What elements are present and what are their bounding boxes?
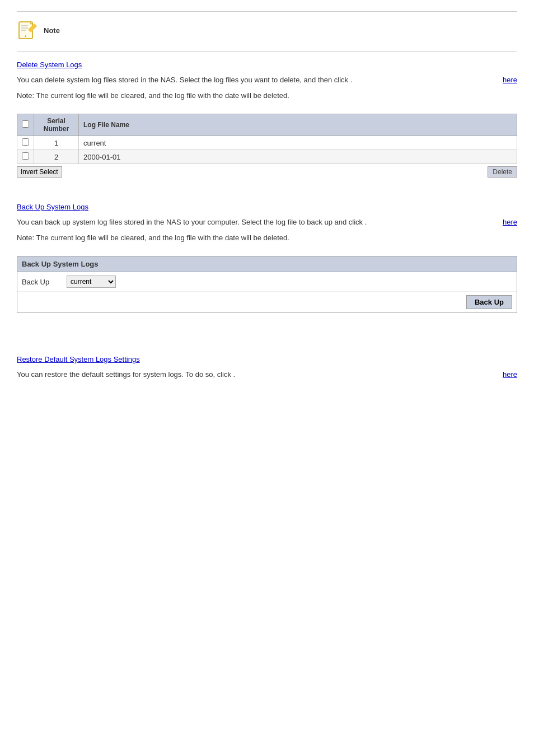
backup-desc-line1: You can back up system log files stored … xyxy=(17,218,363,226)
delete-button[interactable]: Delete xyxy=(488,166,517,178)
backup-logs-section: Back Up System Logs You can back up syst… xyxy=(17,203,517,330)
backup-actions-row: Back Up xyxy=(17,292,517,312)
delete-desc-line2: . xyxy=(350,76,353,84)
backup-button[interactable]: Back Up xyxy=(466,295,512,309)
top-divider xyxy=(17,11,517,12)
delete-logs-description: You can delete system log files stored i… xyxy=(17,74,517,86)
row-filename: 2000-01-01 xyxy=(79,150,517,164)
row-serial: 2 xyxy=(34,150,79,164)
backup-system-logs-panel: Back Up System Logs Back Up current2000-… xyxy=(17,256,517,313)
note-label: Note xyxy=(44,26,60,35)
row-serial: 1 xyxy=(34,136,79,150)
restore-logs-section: Restore Default System Logs Settings You… xyxy=(17,355,517,385)
table-header-serial: Serial Number xyxy=(34,114,79,136)
delete-logs-section: Delete System Logs You can delete system… xyxy=(17,60,517,178)
backup-desc-link[interactable]: here xyxy=(503,217,517,228)
delete-logs-heading-link[interactable]: Delete System Logs xyxy=(17,60,82,69)
backup-desc-line2: . xyxy=(365,218,367,226)
backup-logs-description: You can back up system log files stored … xyxy=(17,217,517,228)
restore-desc-line2: . xyxy=(233,370,236,379)
select-all-checkbox[interactable] xyxy=(22,120,29,128)
backup-row-label: Back Up xyxy=(22,278,67,286)
restore-desc-link[interactable]: here xyxy=(503,369,517,380)
restore-logs-heading-link[interactable]: Restore Default System Logs Settings xyxy=(17,355,140,363)
row-checkbox-cell xyxy=(17,136,34,150)
backup-file-select[interactable]: current2000-01-01 xyxy=(67,276,116,288)
row-checkbox-cell xyxy=(17,150,34,164)
row-filename: current xyxy=(79,136,517,150)
note-icon xyxy=(17,21,38,42)
restore-logs-description: You can restore the default settings for… xyxy=(17,369,517,380)
delete-desc-link[interactable]: here xyxy=(503,74,517,86)
backup-row: Back Up current2000-01-01 xyxy=(17,272,517,292)
backup-panel-title: Back Up System Logs xyxy=(17,256,517,272)
row-checkbox[interactable] xyxy=(22,138,29,146)
table-row: 22000-01-01 xyxy=(17,150,517,164)
delete-logs-note: Note: The current log file will be clear… xyxy=(17,90,517,101)
log-files-table: Serial Number Log File Name 1current2200… xyxy=(17,114,517,164)
table-row: 1current xyxy=(17,136,517,150)
backup-logs-heading-link[interactable]: Back Up System Logs xyxy=(17,203,88,211)
table-header-filename: Log File Name xyxy=(79,114,517,136)
note-box: Note xyxy=(17,21,517,42)
table-actions-row: Invert Select Delete xyxy=(17,166,517,178)
table-header-checkbox xyxy=(17,114,34,136)
restore-desc-line1: You can restore the default settings for… xyxy=(17,370,231,379)
delete-desc-line1: You can delete system log files stored i… xyxy=(17,76,348,84)
invert-select-button[interactable]: Invert Select xyxy=(17,166,62,178)
backup-logs-note: Note: The current log file will be clear… xyxy=(17,232,517,244)
note-bottom-divider xyxy=(17,51,517,52)
row-checkbox[interactable] xyxy=(22,152,29,160)
